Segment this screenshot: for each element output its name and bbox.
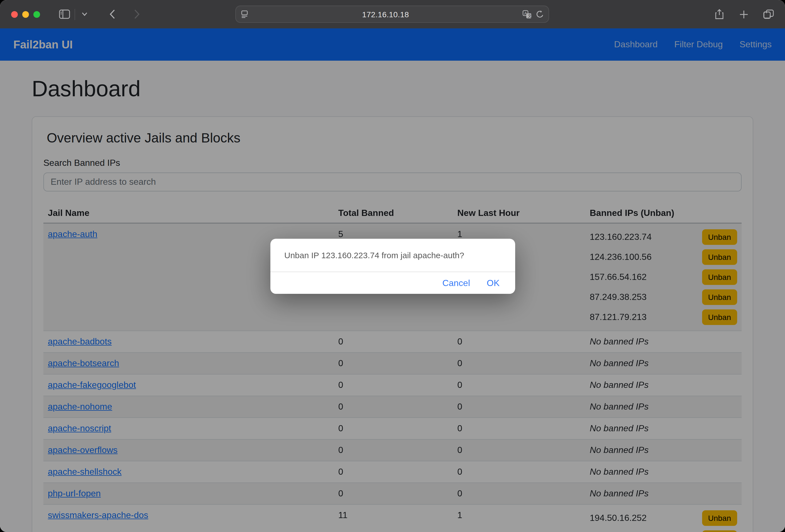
svg-text:文: 文	[528, 13, 532, 18]
forward-icon[interactable]	[128, 6, 145, 23]
reader-icon[interactable]	[240, 10, 249, 18]
dialog-footer: Cancel OK	[270, 272, 515, 294]
reload-icon[interactable]	[536, 10, 544, 19]
translate-icon[interactable]: A 文	[523, 10, 532, 19]
close-window-button[interactable]	[11, 11, 18, 18]
cancel-button[interactable]: Cancel	[442, 278, 470, 288]
toolbar-divider	[75, 9, 75, 20]
screen: 172.16.10.18 A 文	[0, 0, 785, 532]
sidebar-icon[interactable]	[56, 6, 73, 23]
back-icon[interactable]	[104, 6, 121, 23]
dialog-message: Unban IP 123.160.223.74 from jail apache…	[270, 239, 515, 272]
browser-toolbar: 172.16.10.18 A 文	[0, 0, 785, 28]
url-text: 172.16.10.18	[249, 10, 523, 19]
ok-button[interactable]: OK	[487, 278, 500, 288]
new-tab-icon[interactable]	[735, 6, 752, 23]
browser-window: 172.16.10.18 A 文	[0, 0, 785, 532]
minimize-window-button[interactable]	[22, 11, 29, 18]
zoom-window-button[interactable]	[33, 11, 40, 18]
confirm-dialog: Unban IP 123.160.223.74 from jail apache…	[270, 239, 515, 294]
address-bar[interactable]: 172.16.10.18 A 文	[235, 5, 549, 23]
share-icon[interactable]	[711, 6, 728, 23]
tab-overview-icon[interactable]	[760, 6, 777, 23]
chevron-down-icon[interactable]	[78, 6, 91, 23]
traffic-lights	[11, 11, 40, 18]
